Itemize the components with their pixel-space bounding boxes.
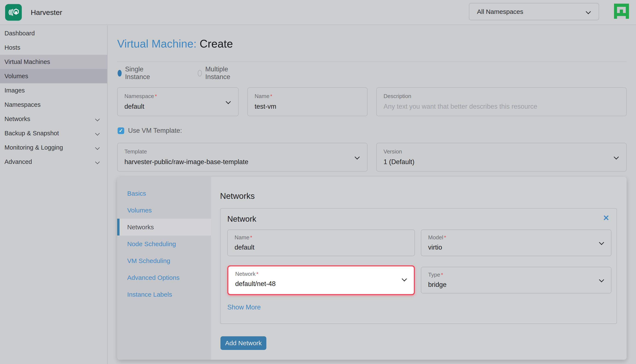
checkbox-checked-icon: ✓ <box>118 128 124 134</box>
namespace-select[interactable]: Namespace* default <box>117 88 239 116</box>
sidebar-nav: Dashboard Hosts Virtual Machines Volumes… <box>0 25 108 364</box>
radio-selected-icon <box>118 70 122 76</box>
network-select-error[interactable]: Network* default/net-48 <box>227 265 415 295</box>
sidebar-item-virtual-machines[interactable]: Virtual Machines <box>0 55 107 69</box>
multiple-instance-radio[interactable]: Multiple Instance <box>198 67 233 80</box>
sidebar-item-monitoring-logging[interactable]: Monitoring & Logging <box>0 140 107 155</box>
name-field[interactable]: Name* test-vm <box>247 88 367 116</box>
main-content: Virtual Machine: Create Single Instance … <box>108 25 636 364</box>
chevron-down-icon <box>95 117 100 121</box>
chevron-down-icon <box>599 240 604 245</box>
harvester-logo-icon <box>5 4 22 21</box>
namespace-value: default <box>124 103 144 110</box>
type-value: bridge <box>428 281 447 288</box>
sidebar-item-networks[interactable]: Networks <box>0 112 107 126</box>
sidebar-item-namespaces[interactable]: Namespaces <box>0 98 107 112</box>
avatar-shape <box>617 16 626 19</box>
title-divider <box>117 62 626 62</box>
single-instance-radio[interactable]: Single Instance <box>118 67 153 80</box>
radio-unselected-icon <box>198 70 202 76</box>
chevron-down-icon <box>95 160 100 164</box>
required-asterisk: * <box>256 271 258 277</box>
network-card: Network ✕ Name* default Model* virtio Ne… <box>220 208 617 324</box>
top-header: Harvester All Namespaces <box>0 0 636 25</box>
template-value: harvester-public/raw-image-base-template <box>124 158 249 166</box>
sidebar-item-backup-snapshot[interactable]: Backup & Snapshot <box>0 126 107 140</box>
description-field[interactable]: Description Any text you want that bette… <box>376 88 626 116</box>
tab-node-scheduling[interactable]: Node Scheduling <box>117 236 211 252</box>
tab-advanced-options[interactable]: Advanced Options <box>117 269 211 286</box>
chevron-down-icon <box>586 9 591 14</box>
network-select-value: default/net-48 <box>235 280 276 288</box>
page-title: Virtual Machine: Create <box>117 37 233 50</box>
app-title: Harvester <box>31 0 62 25</box>
vm-form-panel: Basics Volumes Networks Node Scheduling … <box>117 177 626 360</box>
user-avatar[interactable] <box>614 4 629 19</box>
add-network-button[interactable]: Add Network <box>221 336 266 350</box>
required-asterisk: * <box>444 235 446 240</box>
description-placeholder: Any text you want that better describes … <box>383 103 537 110</box>
template-select[interactable]: Template harvester-public/raw-image-base… <box>117 143 367 172</box>
harvester-logo-glyph <box>8 6 20 18</box>
tab-volumes[interactable]: Volumes <box>117 202 211 219</box>
network-name-value: default <box>235 244 254 251</box>
tab-vm-scheduling[interactable]: VM Scheduling <box>117 252 211 269</box>
chevron-down-icon <box>95 145 100 150</box>
name-value: test-vm <box>255 103 276 110</box>
sidebar-item-advanced[interactable]: Advanced <box>0 155 107 169</box>
page-title-resource: Virtual Machine: <box>117 38 196 50</box>
version-select[interactable]: Version 1 (Default) <box>376 143 626 172</box>
model-value: virtio <box>428 244 442 251</box>
required-asterisk: * <box>155 93 157 99</box>
sidebar-item-dashboard[interactable]: Dashboard <box>0 26 107 40</box>
close-icon[interactable]: ✕ <box>603 214 609 222</box>
sidebar-item-images[interactable]: Images <box>0 83 107 98</box>
model-select[interactable]: Model* virtio <box>421 230 611 256</box>
required-asterisk: * <box>250 235 252 240</box>
chevron-down-icon <box>613 154 619 160</box>
use-vm-template-checkbox[interactable]: ✓ Use VM Template: <box>118 127 182 134</box>
harvester-app: Harvester All Namespaces Dashboard Hosts… <box>0 0 636 364</box>
networks-section-heading: Networks <box>220 192 255 201</box>
required-asterisk: * <box>270 93 272 99</box>
required-asterisk: * <box>441 272 443 278</box>
namespace-selector-value: All Namespaces <box>477 8 523 15</box>
sidebar-item-volumes[interactable]: Volumes <box>0 69 107 83</box>
tab-instance-labels[interactable]: Instance Labels <box>117 286 211 303</box>
namespace-selector[interactable]: All Namespaces <box>469 3 599 20</box>
chevron-down-icon <box>95 131 100 136</box>
tab-basics[interactable]: Basics <box>117 185 211 202</box>
sidebar-item-hosts[interactable]: Hosts <box>0 40 107 55</box>
chevron-down-icon <box>354 154 360 160</box>
network-card-title: Network <box>227 214 256 224</box>
chevron-down-icon <box>599 277 604 282</box>
avatar-shape <box>620 10 623 13</box>
chevron-down-icon <box>226 99 231 104</box>
network-name-field[interactable]: Name* default <box>227 230 415 256</box>
form-tabstrip: Basics Volumes Networks Node Scheduling … <box>117 177 211 360</box>
chevron-down-icon <box>402 276 407 281</box>
version-value: 1 (Default) <box>383 158 414 166</box>
networks-tab-content: Networks Network ✕ Name* default Model* … <box>211 177 626 360</box>
show-more-link[interactable]: Show More <box>227 304 261 311</box>
tab-networks[interactable]: Networks <box>117 219 211 236</box>
type-select[interactable]: Type* bridge <box>421 267 611 294</box>
page-title-action: Create <box>199 38 233 50</box>
